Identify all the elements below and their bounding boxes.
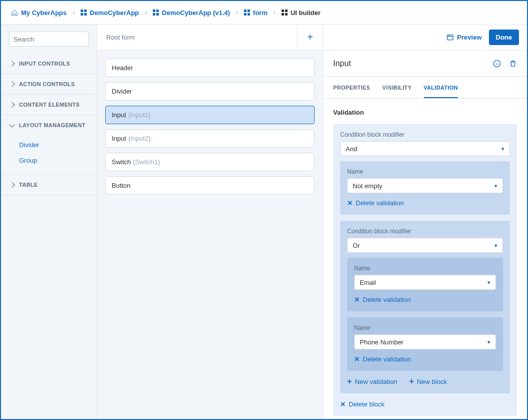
chevron-down-icon: ▾ xyxy=(487,279,490,286)
condition-block-and: Condition block modifier And ▾ Name Not … xyxy=(333,124,517,416)
info-icon[interactable] xyxy=(493,60,501,68)
close-icon: ✕ xyxy=(347,199,353,207)
field-label: Condition block modifier xyxy=(347,228,503,235)
inspector: Preview Done Input PROPERTIES VISIBILITY… xyxy=(323,25,527,419)
chevron-down-icon: ▾ xyxy=(494,183,497,189)
form-element-switch1[interactable]: Switch{Switch1} xyxy=(105,153,315,171)
validation-not-empty: Name Not empty ▾ ✕Delete validation xyxy=(340,161,510,215)
grid-icon xyxy=(282,10,288,16)
inspector-title: Input xyxy=(333,59,351,68)
delete-validation-link[interactable]: ✕Delete validation xyxy=(354,354,496,364)
chevron-right-icon: › xyxy=(145,9,147,16)
form-element-button[interactable]: Button xyxy=(105,176,315,195)
done-button[interactable]: Done xyxy=(489,30,519,45)
tab-validation[interactable]: VALIDATION xyxy=(424,78,458,98)
canvas: Root form + Header Divider Input{Input1}… xyxy=(97,25,323,419)
chevron-right-icon xyxy=(9,102,15,107)
element-label: Input xyxy=(112,111,126,119)
search-input[interactable] xyxy=(14,36,98,43)
delete-icon[interactable] xyxy=(509,60,517,68)
delete-validation-link[interactable]: ✕Delete validation xyxy=(354,295,496,304)
link-label: Delete validation xyxy=(356,199,404,207)
preview-icon xyxy=(446,34,454,41)
category-label: INPUT CONTROLS xyxy=(19,61,70,67)
category-input-controls: INPUT CONTROLS xyxy=(1,54,97,74)
validation-phone: Name Phone Number ▾ ✕Delete validation xyxy=(347,317,503,371)
breadcrumb-label: UI builder xyxy=(291,9,321,17)
form-element-divider[interactable]: Divider xyxy=(105,82,315,101)
select-value: Not empty xyxy=(353,182,382,190)
breadcrumb-label: DemoCyberApp xyxy=(90,9,139,17)
select-value: Phone Number xyxy=(360,338,403,346)
tab-properties[interactable]: PROPERTIES xyxy=(333,78,370,98)
name-select-phone[interactable]: Phone Number ▾ xyxy=(354,334,496,349)
grid-icon xyxy=(81,10,87,16)
sidebar-item-divider[interactable]: Divider xyxy=(19,137,97,153)
element-sub: {Input2} xyxy=(128,135,151,142)
category-label: ACTION CONTROLS xyxy=(19,81,75,87)
form-element-input2[interactable]: Input{Input2} xyxy=(105,129,315,148)
field-label: Name xyxy=(347,168,503,175)
chevron-right-icon: › xyxy=(73,9,75,16)
new-validation-link[interactable]: +New validation xyxy=(347,377,397,386)
breadcrumb-app[interactable]: DemoCyberApp xyxy=(81,9,139,17)
select-value: Email xyxy=(360,279,376,286)
sidebar: INPUT CONTROLS ACTION CONTROLS CONTENT E… xyxy=(1,25,97,419)
chevron-down-icon: ▾ xyxy=(487,339,490,345)
name-select-email[interactable]: Email ▾ xyxy=(354,275,496,290)
chevron-right-icon xyxy=(9,61,15,66)
close-icon: ✕ xyxy=(340,400,346,408)
modifier-select-and[interactable]: And ▾ xyxy=(340,141,510,156)
element-sub: {Input1} xyxy=(128,111,151,119)
breadcrumb: My CyberApps › DemoCyberApp › DemoCyberA… xyxy=(1,1,527,25)
select-value: Or xyxy=(353,242,360,249)
preview-label: Preview xyxy=(457,34,481,41)
validation-email: Name Email ▾ ✕Delete validation xyxy=(347,258,503,311)
category-content-elements: CONTENT ELEMENTS xyxy=(1,95,97,115)
chevron-right-icon: › xyxy=(274,9,276,16)
modifier-select-or[interactable]: Or ▾ xyxy=(347,238,503,253)
breadcrumb-version[interactable]: DemoCyberApp (v1.4) xyxy=(153,9,230,17)
category-label: TABLE xyxy=(19,182,38,188)
validation-section-title: Validation xyxy=(333,109,517,116)
sidebar-item-group[interactable]: Group xyxy=(19,153,97,168)
select-value: And xyxy=(346,145,357,153)
element-sub: {Switch1} xyxy=(133,158,160,166)
close-icon: ✕ xyxy=(354,296,360,303)
name-select-not-empty[interactable]: Not empty ▾ xyxy=(347,178,503,193)
category-header[interactable]: CONTENT ELEMENTS xyxy=(1,95,97,115)
breadcrumb-current: UI builder xyxy=(282,9,321,17)
chevron-down-icon: ▾ xyxy=(501,146,504,152)
delete-validation-link[interactable]: ✕Delete validation xyxy=(347,198,503,208)
form-element-header[interactable]: Header xyxy=(105,59,315,77)
link-label: New validation xyxy=(355,378,397,385)
link-label: New block xyxy=(417,378,447,385)
add-tab-button[interactable]: + xyxy=(298,25,323,50)
category-header[interactable]: ACTION CONTROLS xyxy=(1,74,97,94)
field-label: Condition block modifier xyxy=(340,131,510,138)
link-label: Delete validation xyxy=(363,355,411,363)
close-icon: ✕ xyxy=(354,355,360,363)
root-form-tab[interactable]: Root form xyxy=(97,25,298,50)
chevron-down-icon: ▾ xyxy=(494,242,497,249)
element-label: Divider xyxy=(112,88,132,95)
plus-icon: + xyxy=(409,378,414,385)
form-element-input1[interactable]: Input{Input1} xyxy=(105,106,315,124)
chevron-right-icon xyxy=(9,81,15,87)
element-label: Input xyxy=(112,135,126,142)
category-header[interactable]: INPUT CONTROLS xyxy=(1,54,97,74)
element-label: Header xyxy=(112,64,133,72)
plus-icon: + xyxy=(307,32,313,43)
category-label: LAYOUT MANAGEMENT xyxy=(19,122,85,128)
new-block-link[interactable]: +New block xyxy=(409,377,447,386)
category-label: CONTENT ELEMENTS xyxy=(19,102,80,108)
grid-icon xyxy=(244,10,250,16)
category-header[interactable]: LAYOUT MANAGEMENT xyxy=(1,115,97,135)
breadcrumb-my-cyberapps[interactable]: My CyberApps xyxy=(11,9,67,17)
tab-visibility[interactable]: VISIBILITY xyxy=(382,78,412,98)
category-header[interactable]: TABLE xyxy=(1,175,97,195)
breadcrumb-form[interactable]: form xyxy=(244,9,268,17)
element-label: Button xyxy=(112,182,131,189)
preview-button[interactable]: Preview xyxy=(446,34,481,41)
delete-block-link[interactable]: ✕Delete block xyxy=(340,399,510,409)
